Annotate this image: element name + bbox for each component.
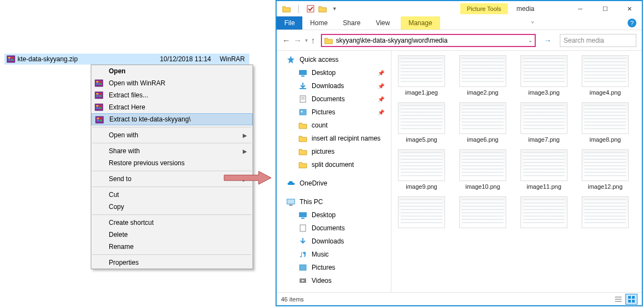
cm-extract-here[interactable]: Extract Here xyxy=(91,101,253,113)
view-details-button[interactable] xyxy=(612,294,624,305)
status-bar: 46 items xyxy=(277,292,642,305)
svg-rect-4 xyxy=(11,59,14,61)
qat-properties-icon[interactable] xyxy=(305,3,316,14)
nav-onedrive[interactable]: OneDrive xyxy=(277,177,391,190)
thumbnail-item[interactable] xyxy=(518,196,570,228)
thumbnail-label: image5.png xyxy=(406,136,437,143)
nav-pc-pictures[interactable]: Pictures xyxy=(277,261,391,274)
address-dropdown-icon[interactable]: ⌄ xyxy=(528,37,532,43)
cm-delete[interactable]: Delete xyxy=(91,229,253,241)
cm-rename[interactable]: Rename xyxy=(91,241,253,253)
folder-icon xyxy=(298,160,307,169)
thumbnail-item[interactable]: image3.png xyxy=(518,55,570,96)
nav-this-pc[interactable]: This PC xyxy=(277,195,391,208)
file-item-selected[interactable]: kte-data-skyyang.zip 10/12/2018 11:14 Wi… xyxy=(4,54,249,65)
winrar-icon xyxy=(95,79,103,88)
nav-up-button[interactable]: ↑ xyxy=(311,36,315,45)
thumbnail-item[interactable]: image1.jpeg xyxy=(396,55,447,96)
nav-documents[interactable]: Documents📌 xyxy=(277,92,391,106)
svg-rect-9 xyxy=(99,83,102,85)
navigation-pane[interactable]: Quick access Desktop📌 Downloads📌 Documen… xyxy=(277,51,391,292)
nav-pictures-folder[interactable]: pictures xyxy=(277,145,391,158)
cm-extract-to-folder[interactable]: Extract to kte-data-skyyang\ xyxy=(91,113,253,125)
thumbnail-preview xyxy=(582,102,629,134)
content-pane[interactable]: image1.jpegimage2.pngimage3.pngimage4.pn… xyxy=(391,51,642,292)
thumbnail-item[interactable]: image9.png xyxy=(396,149,447,190)
qat-folder-icon[interactable] xyxy=(281,3,292,14)
help-button[interactable]: ? xyxy=(628,16,636,30)
nav-forward-button[interactable]: → xyxy=(294,36,302,45)
thumbnail-item[interactable]: image8.png xyxy=(579,102,631,143)
search-input[interactable]: Search media xyxy=(560,34,636,47)
tab-file[interactable]: File xyxy=(277,16,302,30)
address-text: skyyang\kte-data-skyyang\word\media xyxy=(336,37,448,44)
nav-count[interactable]: count xyxy=(277,119,391,132)
qat-newfolder-icon[interactable] xyxy=(317,3,328,14)
thumbnail-item[interactable]: image11.png xyxy=(518,149,570,190)
cm-open[interactable]: Open xyxy=(91,65,253,77)
cm-create-shortcut[interactable]: Create shortcut xyxy=(91,217,253,229)
nav-pictures[interactable]: Pictures📌 xyxy=(277,106,391,119)
tab-share[interactable]: Share xyxy=(335,16,368,30)
svg-rect-3 xyxy=(8,59,10,61)
nav-quick-access[interactable]: Quick access xyxy=(277,53,391,66)
svg-rect-18 xyxy=(96,107,98,109)
thumbnail-item[interactable]: image2.png xyxy=(457,55,508,96)
submenu-arrow-icon: ▶ xyxy=(243,148,247,154)
thumbnail-item[interactable]: image12.png xyxy=(579,149,631,190)
tab-view[interactable]: View xyxy=(368,16,397,30)
nav-desktop[interactable]: Desktop📌 xyxy=(277,66,391,79)
cm-separator xyxy=(92,127,251,127)
refresh-button[interactable]: → xyxy=(541,34,554,47)
nav-pc-downloads[interactable]: Downloads xyxy=(277,235,391,248)
thumbnail-item[interactable]: image4.png xyxy=(579,55,631,96)
thumbnail-item[interactable] xyxy=(457,196,508,228)
view-thumbnails-button[interactable] xyxy=(625,294,637,305)
ribbon-chevron-icon[interactable]: ⱽ xyxy=(531,16,534,30)
qat-dropdown-icon[interactable]: ▼ xyxy=(329,3,340,14)
maximize-button[interactable]: ☐ xyxy=(593,1,617,16)
cm-properties[interactable]: Properties xyxy=(91,257,253,269)
thumbnail-preview xyxy=(520,55,567,87)
nav-pc-desktop[interactable]: Desktop xyxy=(277,208,391,222)
svg-rect-38 xyxy=(301,218,305,219)
thumbnail-item[interactable] xyxy=(579,196,631,228)
folder-icon xyxy=(298,147,307,156)
nav-insert-recipients[interactable]: insert all recipint names xyxy=(277,132,391,145)
nav-pc-videos[interactable]: Videos xyxy=(277,274,391,287)
thumbnail-item[interactable]: image10.png xyxy=(457,149,508,190)
pin-icon: 📌 xyxy=(378,70,384,76)
cm-open-winrar[interactable]: Open with WinRAR xyxy=(91,77,253,89)
titlebar[interactable]: | ▼ Picture Tools media ─ ☐ ✕ xyxy=(277,1,642,16)
thumbnail-item[interactable] xyxy=(396,196,447,228)
thumbnail-item[interactable]: image5.png xyxy=(396,102,447,143)
tab-manage[interactable]: Manage xyxy=(401,16,440,30)
cm-cut[interactable]: Cut xyxy=(91,189,253,201)
nav-pc-documents[interactable]: Documents xyxy=(277,222,391,235)
minimize-button[interactable]: ─ xyxy=(568,1,593,16)
cm-open-with[interactable]: Open with▶ xyxy=(91,129,253,141)
nav-pc-music[interactable]: Music xyxy=(277,248,391,261)
zip-archive-icon xyxy=(7,55,15,63)
nav-back-button[interactable]: ← xyxy=(282,36,290,45)
tab-home[interactable]: Home xyxy=(302,16,335,30)
svg-rect-40 xyxy=(300,265,306,270)
address-input[interactable]: skyyang\kte-data-skyyang\word\media ⌄ xyxy=(321,34,536,47)
svg-rect-45 xyxy=(628,296,631,299)
cm-extract-files[interactable]: Extract files... xyxy=(91,89,253,101)
nav-recent-dropdown[interactable]: ▾ xyxy=(305,37,308,43)
nav-downloads[interactable]: Downloads📌 xyxy=(277,79,391,92)
folder-icon xyxy=(298,121,307,130)
svg-rect-36 xyxy=(289,205,292,206)
nav-split-document[interactable]: split document xyxy=(277,158,391,171)
thumbnail-preview xyxy=(398,55,445,87)
cm-copy[interactable]: Copy xyxy=(91,201,253,213)
downloads-icon xyxy=(298,237,307,246)
thumbnail-item[interactable]: image7.png xyxy=(518,102,570,143)
cm-share-with[interactable]: Share with▶ xyxy=(91,145,253,157)
help-icon: ? xyxy=(628,19,636,27)
cm-restore-versions[interactable]: Restore previous versions xyxy=(91,157,253,169)
close-button[interactable]: ✕ xyxy=(617,1,642,16)
pc-icon xyxy=(286,197,295,206)
thumbnail-item[interactable]: image6.png xyxy=(457,102,508,143)
